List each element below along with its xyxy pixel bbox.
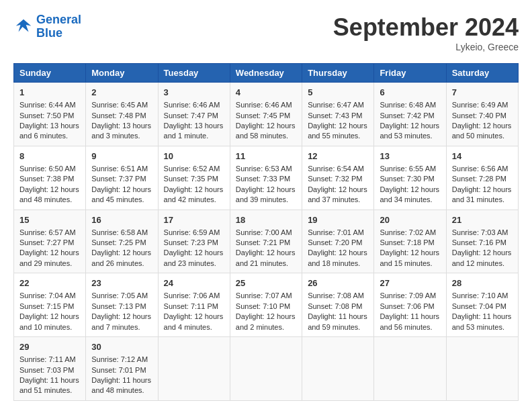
day-cell: 11Sunrise: 6:53 AM Sunset: 7:33 PM Dayli…	[230, 146, 302, 210]
day-info: Sunrise: 6:47 AM Sunset: 7:43 PM Dayligh…	[308, 100, 368, 142]
col-header-thursday: Thursday	[302, 64, 374, 83]
day-number: 12	[308, 150, 368, 163]
day-cell: 5Sunrise: 6:47 AM Sunset: 7:43 PM Daylig…	[302, 83, 374, 146]
title-block: September 2024 Lykeio, Greece	[333, 13, 519, 52]
day-info: Sunrise: 7:07 AM Sunset: 7:10 PM Dayligh…	[236, 291, 296, 332]
day-info: Sunrise: 7:08 AM Sunset: 7:08 PM Dayligh…	[308, 291, 368, 332]
day-info: Sunrise: 6:59 AM Sunset: 7:23 PM Dayligh…	[164, 228, 224, 269]
page-header: General Blue September 2024 Lykeio, Gree…	[13, 13, 519, 52]
day-number: 9	[91, 150, 152, 163]
day-info: Sunrise: 6:44 AM Sunset: 7:50 PM Dayligh…	[19, 100, 80, 142]
day-info: Sunrise: 6:45 AM Sunset: 7:48 PM Dayligh…	[91, 100, 152, 142]
day-number: 3	[164, 87, 224, 99]
day-info: Sunrise: 6:49 AM Sunset: 7:40 PM Dayligh…	[452, 100, 513, 142]
day-info: Sunrise: 7:06 AM Sunset: 7:11 PM Dayligh…	[164, 291, 224, 332]
day-cell: 28Sunrise: 7:10 AM Sunset: 7:04 PM Dayli…	[446, 273, 518, 337]
day-cell: 10Sunrise: 6:52 AM Sunset: 7:35 PM Dayli…	[158, 146, 230, 210]
day-info: Sunrise: 7:05 AM Sunset: 7:13 PM Dayligh…	[91, 291, 152, 332]
day-info: Sunrise: 6:48 AM Sunset: 7:42 PM Dayligh…	[380, 100, 440, 142]
day-number: 26	[308, 277, 368, 289]
col-header-wednesday: Wednesday	[230, 64, 302, 83]
day-info: Sunrise: 6:53 AM Sunset: 7:33 PM Dayligh…	[236, 164, 296, 205]
day-number: 6	[380, 87, 440, 99]
day-cell: 29Sunrise: 7:11 AM Sunset: 7:03 PM Dayli…	[14, 337, 86, 401]
day-info: Sunrise: 7:10 AM Sunset: 7:04 PM Dayligh…	[452, 291, 513, 332]
day-number: 17	[164, 214, 224, 226]
col-header-saturday: Saturday	[446, 64, 518, 83]
day-cell	[302, 337, 374, 401]
day-cell: 19Sunrise: 7:01 AM Sunset: 7:20 PM Dayli…	[302, 210, 374, 273]
day-cell: 30Sunrise: 7:12 AM Sunset: 7:01 PM Dayli…	[86, 337, 158, 401]
day-number: 24	[164, 277, 224, 289]
day-cell: 27Sunrise: 7:09 AM Sunset: 7:06 PM Dayli…	[374, 273, 446, 337]
col-header-monday: Monday	[86, 64, 158, 83]
day-cell: 24Sunrise: 7:06 AM Sunset: 7:11 PM Dayli…	[158, 273, 230, 337]
day-cell: 20Sunrise: 7:02 AM Sunset: 7:18 PM Dayli…	[374, 210, 446, 273]
day-number: 25	[236, 277, 296, 289]
day-number: 5	[308, 87, 368, 99]
day-number: 28	[452, 277, 513, 289]
day-cell: 22Sunrise: 7:04 AM Sunset: 7:15 PM Dayli…	[14, 273, 86, 337]
day-number: 20	[380, 214, 440, 226]
day-cell: 26Sunrise: 7:08 AM Sunset: 7:08 PM Dayli…	[302, 273, 374, 337]
day-number: 10	[164, 150, 224, 163]
day-number: 1	[19, 87, 80, 99]
day-number: 18	[236, 214, 296, 226]
day-cell: 14Sunrise: 6:56 AM Sunset: 7:28 PM Dayli…	[446, 146, 518, 210]
day-cell: 8Sunrise: 6:50 AM Sunset: 7:38 PM Daylig…	[14, 146, 86, 210]
day-cell: 6Sunrise: 6:48 AM Sunset: 7:42 PM Daylig…	[374, 83, 446, 146]
col-header-friday: Friday	[374, 64, 446, 83]
day-number: 14	[452, 150, 513, 163]
day-info: Sunrise: 6:51 AM Sunset: 7:37 PM Dayligh…	[91, 164, 152, 205]
day-info: Sunrise: 6:52 AM Sunset: 7:35 PM Dayligh…	[164, 164, 224, 205]
day-cell: 1Sunrise: 6:44 AM Sunset: 7:50 PM Daylig…	[14, 83, 86, 146]
location: Lykeio, Greece	[333, 42, 519, 52]
col-header-sunday: Sunday	[14, 64, 86, 83]
logo: General Blue	[13, 13, 81, 40]
day-number: 11	[236, 150, 296, 163]
col-header-tuesday: Tuesday	[158, 64, 230, 83]
day-info: Sunrise: 6:50 AM Sunset: 7:38 PM Dayligh…	[19, 164, 80, 205]
day-cell: 25Sunrise: 7:07 AM Sunset: 7:10 PM Dayli…	[230, 273, 302, 337]
month-title: September 2024	[333, 13, 519, 42]
week-row-1: 1Sunrise: 6:44 AM Sunset: 7:50 PM Daylig…	[14, 83, 519, 146]
day-cell: 23Sunrise: 7:05 AM Sunset: 7:13 PM Dayli…	[86, 273, 158, 337]
day-number: 30	[91, 341, 152, 353]
day-cell: 16Sunrise: 6:58 AM Sunset: 7:25 PM Dayli…	[86, 210, 158, 273]
day-cell	[230, 337, 302, 401]
day-info: Sunrise: 6:54 AM Sunset: 7:32 PM Dayligh…	[308, 164, 368, 205]
week-row-2: 8Sunrise: 6:50 AM Sunset: 7:38 PM Daylig…	[14, 146, 519, 210]
day-cell: 21Sunrise: 7:03 AM Sunset: 7:16 PM Dayli…	[446, 210, 518, 273]
day-info: Sunrise: 7:09 AM Sunset: 7:06 PM Dayligh…	[380, 291, 440, 332]
day-cell: 13Sunrise: 6:55 AM Sunset: 7:30 PM Dayli…	[374, 146, 446, 210]
day-cell: 3Sunrise: 6:46 AM Sunset: 7:47 PM Daylig…	[158, 83, 230, 146]
day-cell: 9Sunrise: 6:51 AM Sunset: 7:37 PM Daylig…	[86, 146, 158, 210]
day-number: 27	[380, 277, 440, 289]
day-cell	[158, 337, 230, 401]
day-cell: 18Sunrise: 7:00 AM Sunset: 7:21 PM Dayli…	[230, 210, 302, 273]
day-cell: 17Sunrise: 6:59 AM Sunset: 7:23 PM Dayli…	[158, 210, 230, 273]
day-number: 4	[236, 87, 296, 99]
day-cell: 2Sunrise: 6:45 AM Sunset: 7:48 PM Daylig…	[86, 83, 158, 146]
logo-icon	[13, 17, 34, 37]
day-info: Sunrise: 6:58 AM Sunset: 7:25 PM Dayligh…	[91, 228, 152, 269]
day-cell: 15Sunrise: 6:57 AM Sunset: 7:27 PM Dayli…	[14, 210, 86, 273]
svg-marker-0	[16, 19, 32, 32]
day-info: Sunrise: 7:04 AM Sunset: 7:15 PM Dayligh…	[19, 291, 80, 332]
week-row-5: 29Sunrise: 7:11 AM Sunset: 7:03 PM Dayli…	[14, 337, 519, 401]
day-number: 8	[19, 150, 80, 163]
day-info: Sunrise: 6:46 AM Sunset: 7:47 PM Dayligh…	[164, 100, 224, 142]
day-number: 15	[19, 214, 80, 226]
day-number: 29	[19, 341, 80, 353]
day-info: Sunrise: 7:00 AM Sunset: 7:21 PM Dayligh…	[236, 228, 296, 269]
day-number: 7	[452, 87, 513, 99]
day-info: Sunrise: 6:57 AM Sunset: 7:27 PM Dayligh…	[19, 228, 80, 269]
day-info: Sunrise: 7:01 AM Sunset: 7:20 PM Dayligh…	[308, 228, 368, 269]
day-cell	[446, 337, 518, 401]
day-info: Sunrise: 6:55 AM Sunset: 7:30 PM Dayligh…	[380, 164, 440, 205]
week-row-4: 22Sunrise: 7:04 AM Sunset: 7:15 PM Dayli…	[14, 273, 519, 337]
day-cell	[374, 337, 446, 401]
day-cell: 12Sunrise: 6:54 AM Sunset: 7:32 PM Dayli…	[302, 146, 374, 210]
day-number: 13	[380, 150, 440, 163]
day-info: Sunrise: 7:12 AM Sunset: 7:01 PM Dayligh…	[91, 355, 152, 396]
